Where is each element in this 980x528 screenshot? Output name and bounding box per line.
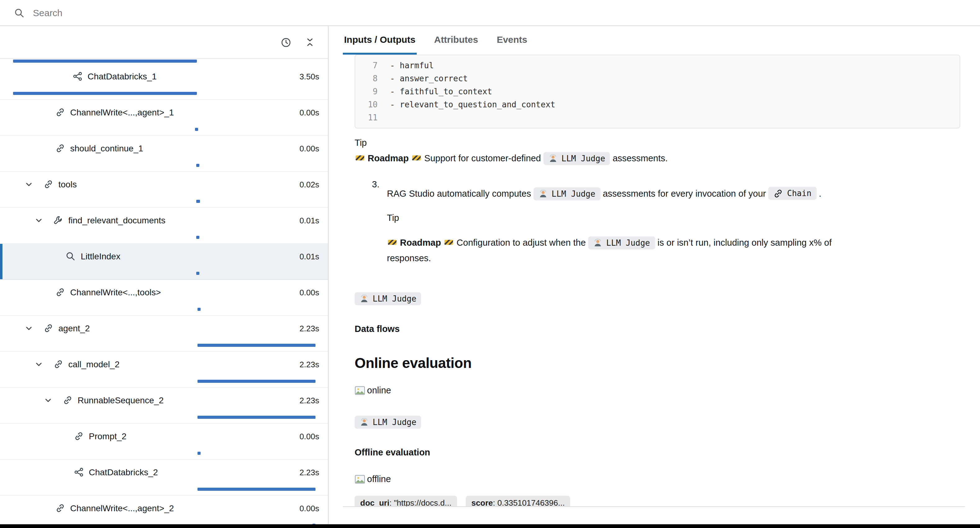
gantt-track	[13, 488, 319, 491]
span-name: LittleIndex	[81, 251, 121, 261]
link-icon	[55, 503, 65, 514]
search-input[interactable]	[32, 7, 345, 19]
list-item-body: RAG Studio automatically computes LLM Ju…	[387, 177, 949, 275]
collapse-all-button[interactable]	[304, 36, 316, 48]
judge-icon	[593, 238, 602, 247]
gantt-track	[13, 452, 319, 455]
gantt-bar	[197, 272, 200, 275]
list-item-roadmap-note: Roadmap Configuration to adjust when the…	[387, 235, 949, 266]
tree-row-LittleIndex[interactable]: LittleIndex0.01s	[0, 244, 328, 280]
tabs: Inputs / OutputsAttributesEvents	[343, 26, 965, 55]
chip-label: LLM Judge	[562, 153, 605, 165]
gantt-bar	[195, 128, 199, 131]
span-name: ChannelWrite<...,agent>_1	[70, 107, 174, 117]
chevron-down-icon[interactable]	[22, 180, 35, 188]
chip-label: LLM Judge	[372, 293, 417, 304]
span-duration: 2.23s	[294, 396, 319, 405]
tab-inputs-outputs[interactable]: Inputs / Outputs	[343, 26, 417, 55]
broken-image-icon	[355, 474, 365, 485]
tab-events[interactable]: Events	[496, 26, 528, 55]
span-name: should_continue_1	[70, 143, 143, 153]
gantt-track	[13, 236, 319, 239]
construction-icon	[444, 237, 453, 247]
span-name: find_relevant_documents	[68, 215, 165, 225]
span-name: Prompt_2	[89, 431, 126, 441]
list-item-line: RAG Studio automatically computes LLM Ju…	[387, 186, 949, 201]
span-duration: 0.01s	[294, 216, 319, 225]
search-icon	[14, 7, 25, 18]
span-tree: ChatDatabricks_13.50sChannelWrite<...,ag…	[0, 59, 328, 524]
link-icon	[62, 395, 73, 406]
code-line: 7- harmful	[363, 59, 952, 72]
link-icon	[73, 431, 84, 441]
timeline-toggle-button[interactable]	[280, 36, 293, 49]
gantt-track	[13, 380, 319, 383]
tree-row-ChatDatabricks_1[interactable]: ChatDatabricks_13.50s	[0, 64, 328, 100]
tree-row-ChannelWrite-tools-[interactable]: ChannelWrite<...,tools>0.00s	[0, 280, 328, 316]
gantt-bar	[312, 524, 315, 524]
meta-chip-score: score: 0.335101746396...	[466, 496, 570, 507]
span-name: ChatDatabricks_1	[88, 71, 157, 81]
chevron-down-icon[interactable]	[41, 396, 54, 404]
image-alt-text: offline	[367, 471, 391, 487]
tree-row-ChatDatabricks_2[interactable]: ChatDatabricks_22.23s	[0, 460, 328, 496]
chevron-down-icon[interactable]	[32, 216, 45, 224]
gantt-track	[13, 60, 319, 63]
tree-row-Prompt_2[interactable]: Prompt_20.00s	[0, 424, 328, 460]
tree-row-tools[interactable]: tools0.02s	[0, 172, 328, 208]
link-icon	[43, 323, 53, 333]
gantt-bar	[197, 236, 200, 239]
gantt-bar	[196, 200, 200, 203]
span-duration: 0.00s	[294, 431, 319, 441]
chip-label: LLM Judge	[372, 416, 417, 428]
span-tree-panel: ChatDatabricks_13.50sChannelWrite<...,ag…	[0, 26, 329, 524]
gantt-bar	[198, 380, 315, 383]
span-name: agent_2	[58, 323, 90, 333]
search-icon	[65, 251, 76, 262]
partially-scrolled-row	[0, 59, 328, 64]
list-item-number: 3.	[366, 177, 379, 275]
wrench-icon	[53, 215, 64, 225]
tree-row-call_model_2[interactable]: call_model_22.23s	[0, 352, 328, 388]
construction-icon	[388, 237, 397, 247]
chevron-down-icon[interactable]	[22, 324, 35, 332]
model-icon	[73, 467, 84, 477]
span-duration: 2.23s	[294, 323, 319, 333]
code-block: 7- harmful8- answer_correct9- faithful_t…	[355, 55, 960, 128]
gantt-bar	[196, 164, 199, 167]
chip-label: LLM Judge	[606, 237, 650, 249]
roadmap-note: Roadmap Support for customer-defined LLM…	[355, 151, 960, 166]
span-duration: 2.23s	[294, 468, 319, 477]
model-icon	[72, 71, 83, 82]
gantt-bar	[13, 92, 197, 95]
tree-row-should_continue_1[interactable]: should_continue_10.00s	[0, 136, 328, 172]
tree-row-agent_2[interactable]: agent_22.23s	[0, 316, 328, 352]
span-duration: 3.50s	[294, 72, 319, 81]
window-bottom-edge	[0, 524, 980, 528]
span-duration: 2.23s	[294, 360, 319, 369]
link-icon	[53, 359, 64, 369]
judge-icon	[360, 294, 369, 303]
construction-icon	[412, 153, 421, 163]
link-icon	[55, 287, 65, 298]
gantt-bar	[13, 60, 197, 63]
tree-row-RunnableSequence_2[interactable]: RunnableSequence_22.23s	[0, 388, 328, 424]
chevron-down-icon[interactable]	[32, 360, 45, 368]
tree-row-find_relevant_documents[interactable]: find_relevant_documents0.01s	[0, 208, 328, 244]
span-name: ChannelWrite<...,agent>_2	[70, 503, 174, 513]
llm-judge-chip: LLM Judge	[355, 291, 960, 306]
span-duration: 0.02s	[294, 180, 319, 189]
ordered-list-item-3: 3. RAG Studio automatically computes LLM…	[355, 177, 960, 275]
span-duration: 0.00s	[294, 504, 319, 513]
gantt-bar	[198, 416, 315, 419]
search-bar	[0, 0, 980, 26]
gantt-track	[13, 416, 319, 419]
gantt-track	[13, 128, 319, 131]
tab-attributes[interactable]: Attributes	[433, 26, 479, 55]
llm-judge-chip: LLM Judge	[355, 414, 960, 430]
gantt-bar	[198, 488, 315, 491]
meta-chips: doc_uri: "https://docs.d...score: 0.3351…	[355, 496, 960, 507]
tree-row-ChannelWrite-agent-_2[interactable]: ChannelWrite<...,agent>_20.00s	[0, 496, 328, 524]
offline-evaluation-heading: Offline evaluation	[355, 445, 960, 460]
tree-row-ChannelWrite-agent-_1[interactable]: ChannelWrite<...,agent>_10.00s	[0, 100, 328, 136]
